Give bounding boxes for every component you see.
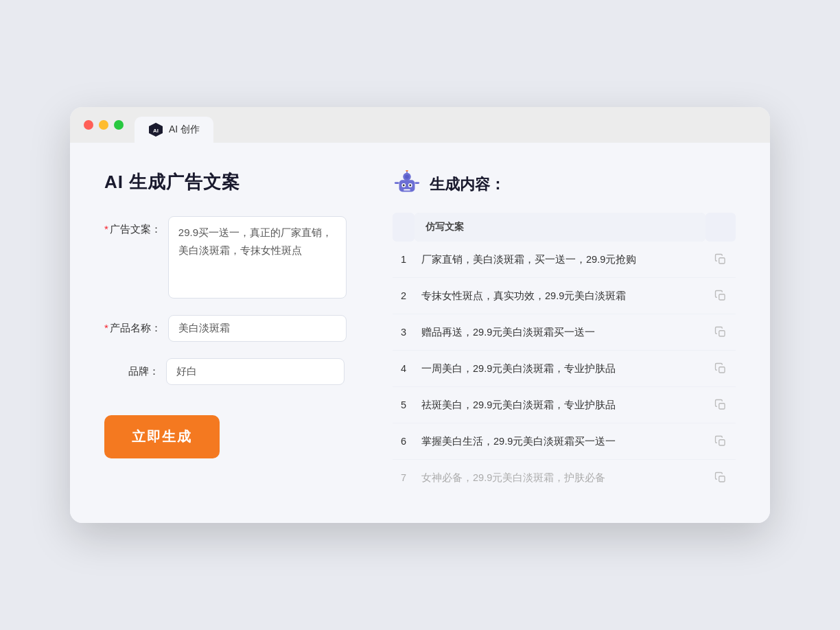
table-row: 7女神必备，29.9元美白淡斑霜，护肤必备 [393,460,736,496]
browser-content: AI 生成广告文案 *广告文案： 29.9买一送一，真正的厂家直销，美白淡斑霜，… [70,143,770,523]
product-name-input[interactable] [168,315,347,342]
row-number: 1 [393,242,415,278]
result-title: 生成内容： [430,174,505,195]
row-text: 祛斑美白，29.9元美白淡斑霜，专业护肤品 [415,387,705,423]
row-number: 3 [393,314,415,351]
robot-icon [393,170,421,199]
copy-button[interactable] [705,387,736,423]
row-text: 专抹女性斑点，真实功效，29.9元美白淡斑霜 [415,278,705,314]
svg-text:AI: AI [153,128,159,134]
right-panel: 生成内容： 仿写文案 1厂家直销，美白淡斑霜，买一送一，29.9元抢购2专抹女性… [393,170,736,495]
ad-copy-label: *广告文案： [104,216,161,236]
svg-rect-20 [719,476,725,482]
ad-copy-required: * [104,223,108,235]
svg-point-8 [409,185,411,187]
minimize-button[interactable] [99,120,108,130]
table-header-row: 仿写文案 [393,213,736,242]
brand-label: 品牌： [104,358,159,378]
svg-rect-19 [719,440,725,445]
maximize-button[interactable] [114,120,124,130]
main-layout: AI 生成广告文案 *广告文案： 29.9买一送一，真正的厂家直销，美白淡斑霜，… [104,170,736,495]
svg-rect-13 [415,182,419,184]
row-number: 6 [393,423,415,460]
row-number: 7 [393,460,415,496]
browser-window: AI AI 创作 AI 生成广告文案 *广告文案： 29.9买一送一，真正的厂家… [70,107,770,523]
brand-group: 品牌： [104,358,365,385]
row-number: 4 [393,351,415,387]
product-name-required: * [104,322,108,334]
table-row: 3赠品再送，29.9元美白淡斑霜买一送一 [393,314,736,351]
ad-copy-group: *广告文案： 29.9买一送一，真正的厂家直销，美白淡斑霜，专抹女性斑点 [104,216,365,299]
svg-point-11 [406,170,408,172]
left-panel: AI 生成广告文案 *广告文案： 29.9买一送一，真正的厂家直销，美白淡斑霜，… [104,170,365,495]
copy-button[interactable] [705,460,736,496]
svg-rect-12 [395,182,399,184]
tab-label: AI 创作 [169,124,200,136]
row-text: 女神必备，29.9元美白淡斑霜，护肤必备 [415,460,705,496]
table-row: 5祛斑美白，29.9元美白淡斑霜，专业护肤品 [393,387,736,423]
row-text: 一周美白，29.9元美白淡斑霜，专业护肤品 [415,351,705,387]
row-number: 2 [393,278,415,314]
svg-rect-9 [404,189,410,191]
page-title: AI 生成广告文案 [104,170,365,194]
table-row: 1厂家直销，美白淡斑霜，买一送一，29.9元抢购 [393,242,736,278]
svg-rect-14 [719,258,725,264]
result-header: 生成内容： [393,170,736,199]
copy-button[interactable] [705,242,736,278]
row-text: 赠品再送，29.9元美白淡斑霜买一送一 [415,314,705,351]
row-text: 掌握美白生活，29.9元美白淡斑霜买一送一 [415,423,705,460]
row-number: 5 [393,387,415,423]
generate-button[interactable]: 立即生成 [104,415,220,458]
svg-point-3 [405,175,409,179]
ad-copy-input[interactable]: 29.9买一送一，真正的厂家直销，美白淡斑霜，专抹女性斑点 [168,216,347,299]
svg-rect-17 [719,367,725,373]
brand-input[interactable] [166,358,345,385]
browser-titlebar: AI AI 创作 [70,107,770,143]
close-button[interactable] [84,120,93,130]
copy-button[interactable] [705,423,736,460]
copy-button[interactable] [705,351,736,387]
svg-point-7 [403,185,405,187]
svg-rect-18 [719,404,725,409]
table-header-cell: 仿写文案 [415,213,705,242]
table-row: 6掌握美白生活，29.9元美白淡斑霜买一送一 [393,423,736,460]
row-text: 厂家直销，美白淡斑霜，买一送一，29.9元抢购 [415,242,705,278]
table-row: 4一周美白，29.9元美白淡斑霜，专业护肤品 [393,351,736,387]
copy-button[interactable] [705,278,736,314]
ai-tab-icon: AI [148,122,163,137]
copy-button[interactable] [705,314,736,351]
browser-tab[interactable]: AI AI 创作 [135,117,213,143]
product-name-group: *产品名称： [104,315,365,342]
svg-rect-15 [719,294,725,300]
result-table: 仿写文案 1厂家直销，美白淡斑霜，买一送一，29.9元抢购2专抹女性斑点，真实功… [393,213,736,495]
product-name-label: *产品名称： [104,315,161,335]
traffic-lights [84,120,124,139]
table-row: 2专抹女性斑点，真实功效，29.9元美白淡斑霜 [393,278,736,314]
svg-rect-16 [719,331,725,336]
